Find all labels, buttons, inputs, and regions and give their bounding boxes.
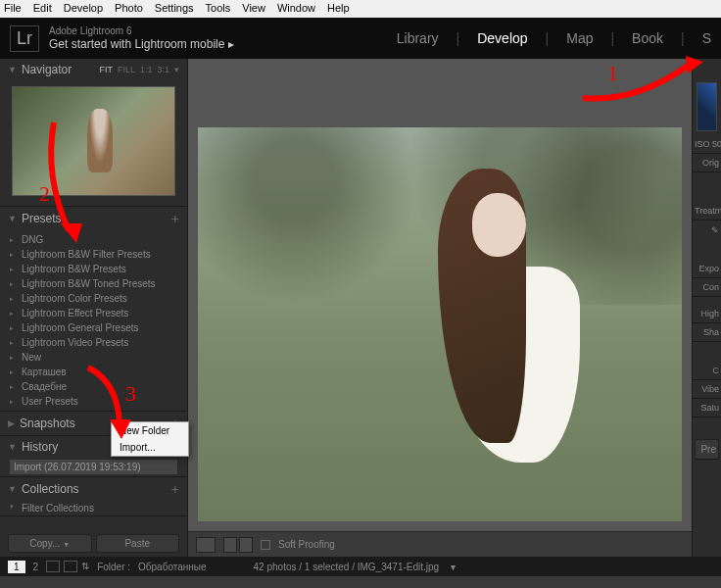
context-import[interactable]: Import... (112, 439, 188, 456)
folder-name: Обработанные (138, 562, 207, 572)
soft-proof-checkbox[interactable] (261, 540, 270, 550)
chevron-down-icon: ▼ (8, 65, 17, 74)
view-icons: ⇅ (46, 561, 89, 572)
chevron-down-icon: ▼ (8, 442, 17, 452)
main-area: ▼ Navigator FIT FILL 1:1 3:1 ▾ ▼ Presets… (0, 59, 721, 557)
chevron-down-icon: ▼ (8, 484, 17, 494)
menu-edit[interactable]: Edit (33, 2, 52, 16)
app-header: Lr Adobe Lightroom 6 Get started with Li… (0, 18, 721, 59)
presets-panel: ▼ Presets + DNG Lightroom B&W Filter Pre… (0, 207, 187, 412)
zoom-fit[interactable]: FIT (99, 65, 113, 74)
photo-subject (418, 159, 595, 472)
chevron-down-icon[interactable]: ▾ (174, 65, 179, 74)
menu-tools[interactable]: Tools (206, 2, 231, 16)
menu-help[interactable]: Help (327, 2, 350, 16)
menu-file[interactable]: File (4, 2, 22, 16)
header-title-block: Adobe Lightroom 6 Get started with Light… (49, 25, 234, 51)
preset-folder[interactable]: Lightroom General Presets (0, 320, 187, 335)
zoom-3-1[interactable]: 3:1 (157, 65, 169, 74)
module-map[interactable]: Map (566, 30, 593, 46)
preset-folder[interactable]: Карташев (0, 365, 187, 379)
context-new-folder[interactable]: New Folder (112, 422, 188, 439)
snapshots-title: Snapshots (20, 416, 75, 430)
history-item[interactable]: Import (26.07.2019 19:53:19) (10, 460, 177, 474)
preset-folder[interactable]: User Presets (0, 394, 187, 409)
eyedropper-icon[interactable]: ✎ (711, 225, 719, 235)
preset-list: DNG Lightroom B&W Filter Presets Lightro… (0, 230, 187, 411)
filter-collections[interactable]: Filter Collections (0, 501, 187, 515)
treatment-label: Treatme (693, 202, 721, 220)
zoom-1-1[interactable]: 1:1 (140, 65, 153, 74)
shadows-label: Sha (693, 323, 721, 342)
navigator-zoom-tabs: FIT FILL 1:1 3:1 ▾ (99, 65, 179, 74)
preset-folder[interactable]: Lightroom Effect Presets (0, 306, 187, 320)
collections-panel: ▼ Collections + Filter Collections (0, 477, 187, 516)
image-canvas[interactable] (188, 59, 692, 531)
app-subtitle: Adobe Lightroom 6 (49, 25, 234, 37)
page-indicator[interactable]: 1 (8, 561, 25, 573)
collections-header[interactable]: ▼ Collections + (0, 477, 187, 501)
copy-label: Copy... (29, 538, 60, 549)
page-indicator-2[interactable]: 2 (33, 562, 39, 572)
before-after-icon[interactable] (239, 537, 253, 553)
vibrance-label: Vibe (693, 380, 721, 399)
photo-preview (198, 127, 682, 521)
menu-develop[interactable]: Develop (64, 2, 103, 16)
sort-icon[interactable]: ⇅ (81, 561, 89, 572)
plus-icon[interactable]: + (171, 481, 179, 497)
compare-icons (223, 537, 253, 553)
preset-context-menu: New Folder Import... (111, 421, 189, 457)
previous-button[interactable]: Pre (695, 439, 719, 460)
module-more[interactable]: S (702, 30, 711, 46)
preset-folder[interactable]: Свадебне (0, 379, 187, 394)
preset-folder[interactable]: DNG (0, 232, 187, 247)
zoom-fill[interactable]: FILL (118, 65, 135, 74)
navigator-header[interactable]: ▼ Navigator FIT FILL 1:1 3:1 ▾ (0, 59, 187, 80)
module-divider: | (546, 30, 550, 46)
presets-header[interactable]: ▼ Presets + (0, 207, 187, 230)
before-after-icon[interactable] (223, 537, 237, 553)
grid-view-icon[interactable] (46, 561, 60, 572)
loupe-view-icon[interactable] (64, 561, 77, 572)
right-panel: ISO 50 Orig Treatme ✎ Expo Con High Sha … (692, 59, 721, 557)
chevron-right-icon: ▶ (8, 418, 15, 428)
copy-button[interactable]: Copy...▼ (8, 534, 92, 553)
menu-view[interactable]: View (242, 2, 265, 16)
statusbar: 1 2 ⇅ Folder : Обработанные 42 photos / … (0, 557, 721, 576)
preset-folder[interactable]: Lightroom B&W Presets (0, 262, 187, 276)
view-mode-icon[interactable] (196, 537, 216, 553)
soft-proof-label: Soft Proofing (278, 539, 335, 550)
os-menubar: File Edit Develop Photo Settings Tools V… (0, 0, 721, 18)
navigator-title: Navigator (22, 63, 72, 76)
clarity-label: C (693, 362, 721, 380)
highlights-label: High (693, 305, 721, 323)
module-develop[interactable]: Develop (477, 30, 527, 46)
preset-folder[interactable]: Lightroom Color Presets (0, 291, 187, 306)
original-toggle[interactable]: Orig (693, 154, 721, 172)
navigator-thumbnail[interactable] (12, 86, 175, 196)
histogram[interactable] (697, 82, 717, 131)
chevron-down-icon[interactable]: ▾ (451, 562, 456, 572)
chevron-right-icon: ▸ (228, 37, 234, 51)
plus-icon[interactable]: + (171, 211, 179, 226)
menu-photo[interactable]: Photo (115, 2, 143, 16)
collections-title: Collections (22, 482, 79, 496)
module-picker: Library | Develop | Map | Book | S (397, 30, 711, 46)
module-library[interactable]: Library (397, 30, 439, 46)
center-area: Soft Proofing (188, 59, 692, 557)
iso-readout: ISO 50 (693, 135, 721, 154)
history-title: History (22, 440, 58, 454)
paste-button[interactable]: Paste (96, 534, 180, 553)
preset-folder[interactable]: Lightroom B&W Filter Presets (0, 247, 187, 262)
menu-settings[interactable]: Settings (155, 2, 194, 16)
mobile-link[interactable]: Get started with Lightroom mobile ▸ (49, 37, 234, 51)
preset-folder[interactable]: Lightroom B&W Toned Presets (0, 276, 187, 291)
menu-window[interactable]: Window (277, 2, 315, 16)
preset-folder[interactable]: Lightroom Video Presets (0, 335, 187, 350)
saturation-label: Satu (693, 399, 721, 417)
copy-paste-bar: Copy...▼ Paste (0, 530, 187, 557)
preset-folder[interactable]: New (0, 350, 187, 365)
mobile-link-label: Get started with Lightroom mobile (49, 37, 224, 51)
selection-info: 42 photos / 1 selected / IMG_3471-Edit.j… (254, 562, 440, 572)
module-book[interactable]: Book (632, 30, 663, 46)
